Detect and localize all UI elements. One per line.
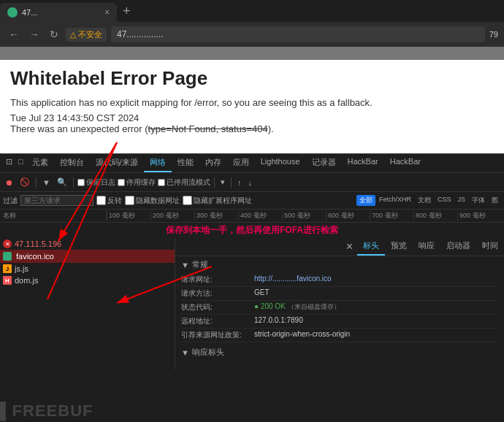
tl-500: 500 毫秒: [282, 211, 326, 220]
devtools-tab-bar: ⊡ □ 元素 控制台 源代码/来源 网络 性能 内存 应用 Lighthouse…: [0, 154, 504, 173]
detail-tab-response[interactable]: 响应: [413, 238, 440, 256]
detail-value: ● 200 OK （来自磁盘缓存）: [254, 302, 498, 312]
network-toolbar: ⏺ 🚫 ▼ 🔍 保留日志 停用缓存 已停用流模式 ▾ ↑ ↓: [0, 173, 504, 192]
type-all[interactable]: 全部: [356, 195, 375, 206]
detail-key: 请求网址:: [181, 275, 254, 285]
detail-key: 状态代码:: [181, 302, 254, 312]
new-tab-button[interactable]: +: [117, 1, 137, 22]
general-section: ▼ 常规 请求网址: http://............favicon.ic…: [175, 256, 504, 364]
type-css[interactable]: CSS: [435, 195, 454, 206]
collapse-icon[interactable]: ▼: [181, 348, 189, 357]
security-text: 不安全: [78, 29, 102, 40]
browser-chrome: 47... × + ← → ↻ △ 不安全 79: [0, 0, 504, 47]
tab-performance[interactable]: 性能: [172, 154, 199, 172]
dt-icon2[interactable]: □: [15, 154, 26, 172]
tab-network[interactable]: 网络: [144, 154, 172, 172]
error-detail: There was an unexpected error (type=Not …: [10, 123, 494, 134]
port-badge: 79: [489, 30, 498, 39]
tab-close[interactable]: ×: [104, 7, 110, 18]
tab-recorder[interactable]: 记录器: [306, 154, 342, 172]
forward-button[interactable]: →: [26, 27, 42, 42]
collapse-icon[interactable]: ▼: [181, 261, 189, 269]
upload-icon[interactable]: ↑: [235, 177, 244, 188]
tab-application[interactable]: 应用: [227, 154, 255, 172]
tab-elements[interactable]: 元素: [26, 154, 54, 172]
status-text: 200 OK: [261, 302, 288, 310]
disable-stream-checkbox[interactable]: 已停用流模式: [158, 177, 210, 188]
address-bar: ← → ↻ △ 不安全 79: [0, 22, 504, 47]
tab-memory[interactable]: 内存: [199, 154, 227, 172]
tl-900: 900 毫秒: [457, 211, 501, 220]
detail-tab-timing[interactable]: 时间: [476, 238, 504, 256]
preserve-log-checkbox[interactable]: 保留日志: [77, 177, 115, 188]
dom-icon: H: [3, 276, 12, 285]
search-icon[interactable]: 🔍: [55, 177, 69, 188]
tl-200: 200 毫秒: [150, 211, 194, 220]
tl-800: 800 毫秒: [413, 211, 457, 220]
list-item[interactable]: ✕ 47.111.5.196: [0, 238, 175, 250]
list-item[interactable]: J js.js: [0, 263, 175, 275]
invert-checkbox[interactable]: 反转: [96, 196, 122, 206]
tab-favicon: [7, 7, 18, 18]
tab-title: 47...: [22, 8, 100, 17]
refresh-button[interactable]: ↻: [47, 27, 61, 42]
hide-ext-checkbox[interactable]: 隐藏扩展程序网址: [183, 196, 252, 206]
tab-sources[interactable]: 源代码/来源: [90, 154, 144, 172]
disable-cache-checkbox[interactable]: 停用缓存: [118, 177, 156, 188]
type-filters: 全部 Fetch/XHR 文档 CSS JS 字体 图: [356, 195, 501, 206]
tab-hackbar2[interactable]: HackBar: [384, 154, 427, 172]
tl-300: 300 毫秒: [194, 211, 238, 220]
page-content: Whitelabel Error Page This application h…: [0, 60, 504, 139]
hide-data-url-checkbox[interactable]: 隐藏数据网址: [125, 196, 180, 206]
detail-value: GET: [254, 288, 498, 299]
clear-button[interactable]: 🚫: [18, 177, 32, 188]
error-icon: ✕: [3, 239, 12, 248]
detail-row: 远程地址: 127.0.0.1:7890: [181, 315, 498, 329]
list-item[interactable]: H dom.js: [0, 275, 175, 286]
detail-value: http://............favicon.ico: [254, 275, 498, 285]
detail-value: 127.0.0.1:7890: [254, 316, 498, 326]
list-item[interactable]: favicon.ico: [0, 250, 175, 263]
svg-point-0: [9, 10, 15, 15]
filter-label: 过滤: [3, 196, 18, 206]
error-title: Whitelabel Error Page: [10, 67, 494, 90]
request-name: favicon.ico: [15, 251, 172, 261]
back-button[interactable]: ←: [6, 27, 22, 42]
detail-tab-initiator[interactable]: 启动器: [440, 238, 476, 256]
detail-key: 请求方法:: [181, 288, 254, 299]
filter-bar: 过滤 反转 隐藏数据网址 隐藏扩展程序网址 全部 Fetch/XHR 文档 CS…: [0, 192, 504, 210]
download-icon[interactable]: ↓: [245, 177, 254, 188]
tab-console[interactable]: 控制台: [54, 154, 90, 172]
filter-icon[interactable]: ▼: [40, 177, 53, 188]
address-input[interactable]: [111, 26, 485, 42]
active-tab[interactable]: 47... ×: [0, 3, 117, 22]
detail-value: strict-origin-when-cross-origin: [254, 330, 498, 340]
filter-input[interactable]: [20, 195, 93, 206]
tl-600: 600 毫秒: [326, 211, 370, 220]
request-name: 47.111.5.196: [15, 239, 172, 248]
detail-row: 状态代码: ● 200 OK （来自磁盘缓存）: [181, 301, 498, 315]
type-js[interactable]: JS: [454, 195, 468, 206]
dt-icon1[interactable]: ⊡: [3, 154, 15, 172]
favicon-icon: [3, 252, 12, 261]
type-font[interactable]: 字体: [469, 195, 488, 206]
network-pane: ✕ 47.111.5.196 favicon.ico J js.js H dom…: [0, 238, 504, 369]
wifi-icon[interactable]: ▾: [218, 177, 227, 188]
section-title: ▼ 常规: [181, 259, 498, 270]
tab-hackbar1[interactable]: HackBar: [342, 154, 384, 172]
detail-tab-headers[interactable]: 标头: [357, 238, 385, 256]
annotation-text: 保存到本地一手，然后再使用FOFA进行检索: [0, 223, 504, 238]
type-img[interactable]: 图: [489, 195, 501, 206]
detail-tab-preview[interactable]: 预览: [385, 238, 413, 256]
tab-lighthouse[interactable]: Lighthouse: [255, 154, 306, 172]
detail-close-button[interactable]: ×: [342, 238, 357, 256]
tl-400: 400 毫秒: [238, 211, 282, 220]
error-desc: This application has no explicit mapping…: [10, 97, 494, 108]
status-dot: ●: [254, 302, 259, 310]
record-button[interactable]: ⏺: [3, 177, 15, 188]
type-doc[interactable]: 文档: [415, 195, 434, 206]
type-fetch[interactable]: Fetch/XHR: [376, 195, 414, 206]
request-name: dom.js: [15, 276, 172, 285]
browser-window: 47... × + ← → ↻ △ 不安全 79 Whitelabel Erro…: [0, 0, 504, 422]
tl-700: 700 毫秒: [370, 211, 413, 220]
